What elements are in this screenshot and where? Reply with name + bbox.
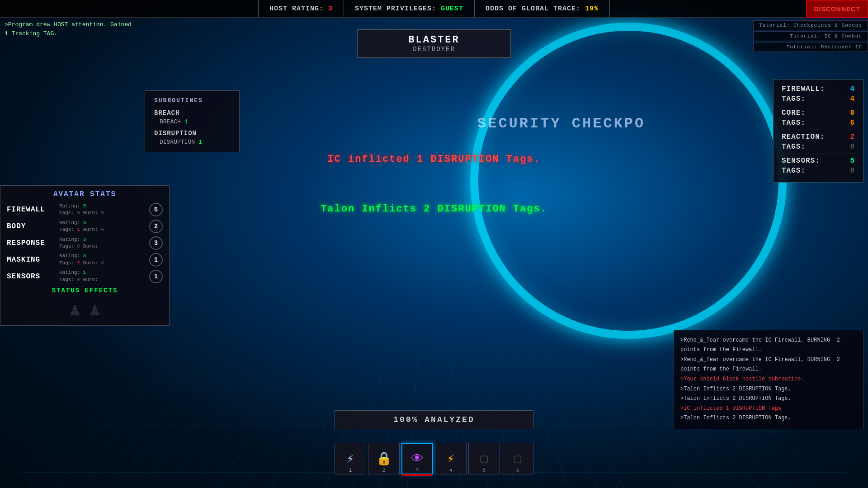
hotbar-icon-2: 🔒 xyxy=(376,451,392,466)
avatar-masking-row: Masking Rating: 3 Tags: 2 Burn: 0 1 xyxy=(7,253,163,267)
hotbar-icon-1: ⚡ xyxy=(347,451,354,466)
privileges-label: System Privileges: xyxy=(355,5,436,13)
hotbar-icon-3: 👁 xyxy=(411,451,424,466)
log-entry-4: >Talon Inflicts 2 DISRUPTION Tags. xyxy=(680,385,857,394)
sensors-stat-row: Sensors: 5 xyxy=(782,157,855,165)
enemy-nameplate: Blaster Destroyer xyxy=(357,29,511,58)
avatar-body-row: Body Rating: 3 Tags: 1 Burn: 0 2 xyxy=(7,220,163,234)
avatar-sensors-circle: 1 xyxy=(149,270,163,283)
status-silhouettes: ♟ ♟ xyxy=(7,299,163,321)
avatar-firewall-circle: 5 xyxy=(149,203,163,216)
privileges-value: GUEST xyxy=(441,5,463,13)
divider-2 xyxy=(782,130,855,130)
breach-item: Breach 1 xyxy=(154,118,230,125)
firewall-tags-row: TAGS: 4 xyxy=(782,95,855,103)
host-stats-panel: Firewall: 4 TAGS: 4 Core: 8 TAGS: 6 Reac… xyxy=(773,79,863,183)
hotbar-num-5: 5 xyxy=(483,468,486,473)
sensors-tags-row: TAGS: 0 xyxy=(782,167,855,175)
sensors-label: Sensors: xyxy=(782,157,820,165)
hotbar-slot-6[interactable]: ▢ 6 xyxy=(502,443,533,474)
enemy-name: Blaster xyxy=(385,34,483,46)
core-tags-value: 6 xyxy=(850,119,855,127)
avatar-sensors-name: Sensors xyxy=(7,272,57,281)
log-entry-1: >Rend_&_Tear overcame the IC Firewall, B… xyxy=(680,336,857,355)
avatar-masking-name: Masking xyxy=(7,256,57,264)
hotbar-slot-5[interactable]: ▢ 5 xyxy=(468,443,500,474)
subroutines-title: Subroutines xyxy=(154,97,230,104)
reaction-value: 2 xyxy=(850,133,855,141)
trace-value: 19% xyxy=(585,5,599,13)
hotbar-num-1: 1 xyxy=(349,468,352,473)
disruption-category: Disruption xyxy=(154,130,230,137)
sensors-value: 5 xyxy=(850,157,855,165)
firewall-stat-row: Firewall: 4 xyxy=(782,85,855,93)
disruption-item-count: 1 xyxy=(198,139,202,145)
disruption-item-name: Disruption xyxy=(160,139,195,145)
host-rating-label: HOST Rating: xyxy=(269,5,324,13)
combat-message-2: Talon Inflicts 2 DISRUPTION Tags. xyxy=(321,203,547,215)
hotbar-slot-1[interactable]: ⚡ 1 xyxy=(335,443,366,474)
hotbar-num-4: 4 xyxy=(449,468,453,473)
log-entry-3: >Your shield block hostile subroutine. xyxy=(680,375,857,385)
core-label: Core: xyxy=(782,109,806,117)
combat-message-1: IC inflicted 1 DISRUPTION Tags. xyxy=(327,154,540,165)
firewall-tags-value: 4 xyxy=(850,95,855,103)
reaction-tags-value: 0 xyxy=(850,143,855,151)
top-hud: HOST Rating: 3 System Privileges: GUEST … xyxy=(0,0,868,18)
avatar-body-name: Body xyxy=(7,222,57,230)
console-line-2: 1 Tracking TAG. xyxy=(5,29,132,38)
breach-item-count: 1 xyxy=(184,118,188,125)
trace-segment: Odds of Global Trace: 19% xyxy=(475,0,610,17)
reaction-tags-label: TAGS: xyxy=(782,143,806,151)
avatar-sensors-row: Sensors Rating: 1 Tags: 0 Burn: 1 xyxy=(7,269,163,283)
avatar-response-name: Response xyxy=(7,239,57,247)
divider-3 xyxy=(782,154,855,154)
breach-item-name: Breach xyxy=(160,118,181,125)
disconnect-button[interactable]: Disconnect xyxy=(806,0,868,18)
avatar-stats-title: Avatar Stats xyxy=(7,190,163,198)
reaction-tags-row: TAGS: 0 xyxy=(782,143,855,151)
firewall-tags-label: TAGS: xyxy=(782,95,806,103)
hotbar-icon-6: ▢ xyxy=(514,451,522,466)
host-rating-value: 3 xyxy=(328,5,333,13)
console-log: >Program drew HOST attention. Gained 1 T… xyxy=(5,20,132,38)
avatar-firewall-details: Rating: 5 Tags: 0 Burn: 0 xyxy=(59,203,146,217)
host-rating-segment: HOST Rating: 3 xyxy=(258,0,344,17)
status-effects-title: Status Effects xyxy=(7,287,163,294)
avatar-firewall-row: Firewall Rating: 5 Tags: 0 Burn: 0 5 xyxy=(7,203,163,217)
hotbar-slot-2[interactable]: 🔒 2 xyxy=(368,443,400,474)
core-tags-row: TAGS: 6 xyxy=(782,119,855,127)
silhouette-1: ♟ xyxy=(69,299,80,321)
avatar-stats-panel: Avatar Stats Firewall Rating: 5 Tags: 0 … xyxy=(0,185,170,326)
hotbar-num-2: 2 xyxy=(382,468,386,473)
analysis-bar: 100% Analyzed xyxy=(335,410,533,429)
trace-label: Odds of Global Trace: xyxy=(486,5,580,13)
avatar-response-details: Rating: 3 Tags: 0 Burn: xyxy=(59,236,146,250)
avatar-response-row: Response Rating: 3 Tags: 0 Burn: 3 xyxy=(7,236,163,250)
enemy-type: Destroyer xyxy=(385,46,483,53)
avatar-firewall-name: Firewall xyxy=(7,206,57,214)
hotbar-slot-4[interactable]: ⚡ 4 xyxy=(435,443,467,474)
firewall-value: 4 xyxy=(850,85,855,93)
hotbar-num-6: 6 xyxy=(516,468,519,473)
avatar-body-details: Rating: 3 Tags: 1 Burn: 0 xyxy=(59,220,146,234)
tutorial-link-2[interactable]: Tutorial: IC & Combat xyxy=(753,31,868,41)
tutorial-link-3[interactable]: Tutorial: Destroyer IC xyxy=(753,42,868,52)
hotbar-slot-3[interactable]: 👁 3 xyxy=(401,443,433,474)
tutorial-link-1[interactable]: Tutorial: Checkpoints & Sweeps xyxy=(753,20,868,30)
avatar-masking-details: Rating: 3 Tags: 2 Burn: 0 xyxy=(59,253,146,267)
combat-log-panel: >Rend_&_Tear overcame the IC Firewall, B… xyxy=(674,330,863,429)
sensors-tags-label: TAGS: xyxy=(782,167,806,175)
log-entry-6: >IC inflicted 1 DISRUPTION Tags xyxy=(680,404,857,414)
firewall-label: Firewall: xyxy=(782,85,825,93)
log-entry-2: >Rend_&_Tear overcame the IC Firewall, B… xyxy=(680,355,857,375)
disruption-item: Disruption 1 xyxy=(154,139,230,145)
avatar-sensors-details: Rating: 1 Tags: 0 Burn: xyxy=(59,269,146,283)
log-entry-5: >Talon Inflicts 2 DISRUPTION Tags. xyxy=(680,394,857,404)
core-value: 8 xyxy=(850,109,855,117)
silhouette-2: ♟ xyxy=(90,299,100,321)
hotbar-num-3: 3 xyxy=(416,467,419,473)
reaction-label: Reaction: xyxy=(782,133,825,141)
divider-1 xyxy=(782,106,855,106)
privileges-segment: System Privileges: GUEST xyxy=(344,0,475,17)
